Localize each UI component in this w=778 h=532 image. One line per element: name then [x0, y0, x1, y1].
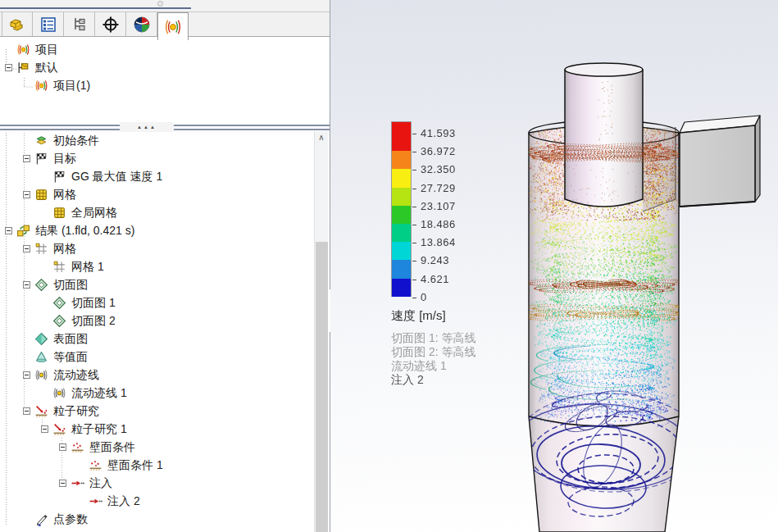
legend-value: 18.486	[421, 218, 456, 230]
panel-top-accent-line	[0, 7, 191, 9]
flow-icon	[16, 43, 30, 57]
tree-item-wall[interactable]: 壁面条件 1	[0, 456, 314, 474]
tree-item-label: 粒子研究 1	[71, 421, 127, 437]
dimxpert-target-icon	[101, 15, 121, 34]
panel-pin-dot	[157, 1, 163, 7]
expand-collapse-box[interactable]	[59, 480, 71, 487]
tree-item-particle[interactable]: 粒子研究	[0, 402, 314, 420]
flow-simulation-analysis-tree: 初始条件目标GG 最大值 速度 1网格全局网格结果 (1.fld, 0.421 …	[0, 131, 314, 532]
tree-scrollbar[interactable]: ∧	[314, 131, 328, 532]
configuration-tree: 项目默认项目(1)	[0, 40, 330, 122]
tree-item-label: 结果 (1.fld, 0.421 s)	[35, 223, 134, 239]
tree-item-results[interactable]: 结果 (1.fld, 0.421 s)	[0, 221, 314, 239]
tab-display-manager[interactable]	[126, 12, 157, 36]
tree-item-label: 默认	[35, 60, 58, 75]
legend-segment	[392, 279, 411, 297]
tree-item-label: 目标	[53, 151, 76, 166]
expand-collapse-box[interactable]	[23, 155, 34, 162]
tree-item-flow[interactable]: 项目(1)	[0, 76, 330, 94]
tab-part[interactable]	[2, 12, 33, 36]
tree-item-cut[interactable]: 切面图	[0, 275, 314, 293]
tree-item-iso[interactable]: 等值面	[0, 348, 314, 366]
legend-segment	[392, 169, 411, 187]
meshl-icon	[52, 260, 66, 274]
tree-item-cut[interactable]: 切面图 2	[0, 311, 314, 330]
expand-collapse-box[interactable]	[23, 281, 34, 289]
tab-flow-simulation[interactable]	[157, 12, 189, 40]
results-icon	[16, 224, 30, 238]
solidworks-flow-simulation-window: 项目默认项目(1) ▲▲▲ 初始条件目标GG 最大值 速度 1网格全局网格结果 …	[0, 0, 778, 532]
tree-item-label: 流动迹线 1	[71, 385, 127, 401]
tree-item-label: 全局网格	[71, 205, 117, 221]
legend-value: 41.593	[421, 127, 456, 139]
tree-item-init[interactable]: 初始条件	[0, 131, 314, 149]
tree-item-label: 注入	[89, 475, 112, 491]
tab-dimxpert-target[interactable]	[95, 12, 126, 36]
default-icon	[16, 61, 30, 75]
traj-icon	[52, 386, 66, 400]
cut-icon	[52, 296, 66, 310]
expand-collapse-box[interactable]	[59, 443, 71, 451]
expand-collapse-box[interactable]	[23, 191, 34, 198]
tree-item-flag[interactable]: GG 最大值 速度 1	[0, 167, 314, 185]
callout-line: 切面图 2: 等高线	[391, 345, 475, 359]
scrollbar-thumb[interactable]	[316, 242, 328, 532]
expand-collapse-box[interactable]	[23, 371, 34, 379]
legend-tick	[412, 134, 416, 134]
tree-item-particle[interactable]: 粒子研究 1	[0, 420, 314, 438]
tree-item-meshl[interactable]: 网格 1	[0, 257, 314, 275]
legend-tick	[412, 243, 416, 243]
tree-item-label: 网格	[53, 241, 76, 257]
tree-item-flag[interactable]: 目标	[0, 149, 314, 167]
legend-tick	[412, 170, 416, 171]
tree-item-wall[interactable]: 壁面条件	[0, 438, 314, 456]
expand-collapse-box[interactable]	[5, 227, 16, 234]
tree-item-default[interactable]: 默认	[0, 58, 330, 76]
legend-segment	[392, 242, 411, 260]
scroll-up-arrow-icon[interactable]: ∧	[315, 131, 328, 145]
legend-title: 速度 [m/s]	[391, 308, 446, 324]
legend-tick	[412, 225, 416, 225]
legend-value: 4.621	[421, 272, 449, 284]
legend-segment	[392, 122, 411, 151]
tree-item-label: 项目(1)	[53, 78, 90, 93]
meshy-icon	[34, 188, 48, 202]
particle-icon	[34, 404, 48, 418]
tree-item-surf[interactable]: 表面图	[0, 330, 314, 348]
tree-item-traj[interactable]: 流动迹线 1	[0, 384, 314, 402]
tree-item-traj[interactable]: 流动迹线	[0, 366, 314, 384]
part-icon	[7, 15, 27, 34]
configuration-manager-icon	[70, 15, 89, 34]
tree-item-meshl[interactable]: 网格	[0, 239, 314, 257]
tree-item-meshy[interactable]: 网格	[0, 185, 314, 203]
expand-collapse-box[interactable]	[5, 64, 16, 71]
tree-item-meshy[interactable]: 全局网格	[0, 203, 314, 221]
legend-value: 13.864	[421, 236, 456, 248]
tab-configuration-manager[interactable]	[64, 12, 95, 36]
splitter-grip[interactable]: ▲▲▲	[120, 122, 174, 132]
callout-line: 切面图 1: 等高线	[391, 331, 475, 345]
inject-icon	[71, 476, 84, 490]
tree-panel-splitter[interactable]: ▲▲▲	[0, 125, 330, 130]
expand-collapse-box[interactable]	[23, 245, 34, 252]
graphics-viewport: 41.59336.97232.35027.72923.10718.48613.8…	[330, 0, 778, 532]
tree-item-label: 等值面	[53, 349, 88, 365]
wall-icon	[71, 440, 84, 454]
legend-segment	[392, 260, 411, 278]
tree-item-cut[interactable]: 切面图 1	[0, 293, 314, 311]
tree-item-label: 粒子研究	[53, 403, 99, 419]
tree-item-inject[interactable]: 注入 2	[0, 492, 314, 510]
particle-icon	[52, 422, 66, 436]
legend-color-bar	[391, 121, 412, 297]
tree-item-point[interactable]: 点参数	[0, 510, 314, 528]
expand-collapse-box[interactable]	[41, 425, 52, 433]
tab-feature-manager[interactable]	[33, 12, 64, 36]
expand-collapse-box[interactable]	[23, 407, 34, 415]
tree-item-inject[interactable]: 注入	[0, 474, 314, 492]
tree-item-flow[interactable]: 项目	[0, 40, 330, 58]
callout-line: 注入 2	[391, 373, 475, 387]
legend-tick	[412, 280, 416, 280]
legend-value: 32.350	[421, 163, 456, 175]
tree-item-label: 网格 1	[71, 259, 104, 275]
tree-item-label: 切面图 1	[71, 295, 116, 311]
